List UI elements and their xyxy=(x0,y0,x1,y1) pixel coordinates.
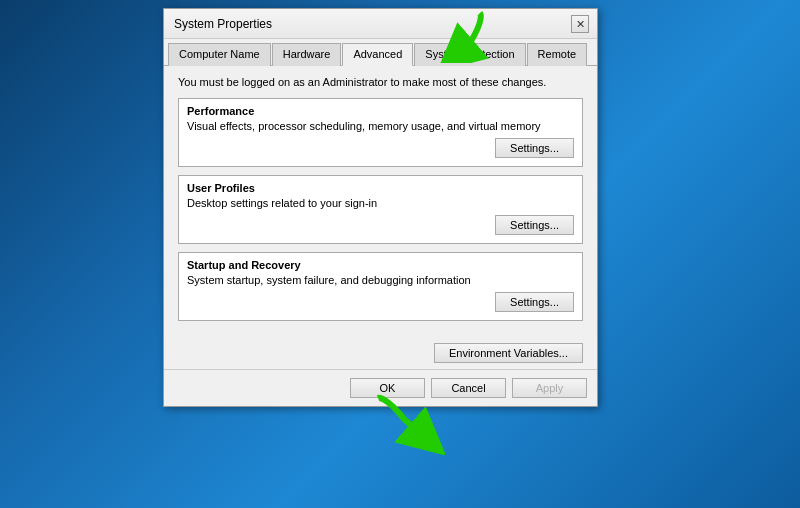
performance-btn-row: Settings... xyxy=(187,138,574,158)
admin-note: You must be logged on as an Administrato… xyxy=(178,76,583,88)
dialog-title: System Properties xyxy=(174,17,272,31)
tab-strip: Computer Name Hardware Advanced System P… xyxy=(164,39,597,66)
startup-recovery-title: Startup and Recovery xyxy=(187,259,574,271)
user-profiles-section: User Profiles Desktop settings related t… xyxy=(178,175,583,244)
system-properties-dialog: System Properties ✕ Computer Name Hardwa… xyxy=(163,8,598,407)
performance-desc: Visual effects, processor scheduling, me… xyxy=(187,120,574,132)
tab-computer-name[interactable]: Computer Name xyxy=(168,43,271,66)
startup-recovery-settings-button[interactable]: Settings... xyxy=(495,292,574,312)
tab-hardware[interactable]: Hardware xyxy=(272,43,342,66)
startup-recovery-btn-row: Settings... xyxy=(187,292,574,312)
tab-advanced[interactable]: Advanced xyxy=(342,43,413,66)
close-button[interactable]: ✕ xyxy=(571,15,589,33)
startup-recovery-section: Startup and Recovery System startup, sys… xyxy=(178,252,583,321)
environment-variables-button[interactable]: Environment Variables... xyxy=(434,343,583,363)
tab-content: You must be logged on as an Administrato… xyxy=(164,66,597,339)
user-profiles-title: User Profiles xyxy=(187,182,574,194)
performance-settings-button[interactable]: Settings... xyxy=(495,138,574,158)
apply-button[interactable]: Apply xyxy=(512,378,587,398)
user-profiles-settings-button[interactable]: Settings... xyxy=(495,215,574,235)
user-profiles-btn-row: Settings... xyxy=(187,215,574,235)
startup-recovery-desc: System startup, system failure, and debu… xyxy=(187,274,574,286)
user-profiles-desc: Desktop settings related to your sign-in xyxy=(187,197,574,209)
performance-title: Performance xyxy=(187,105,574,117)
performance-section: Performance Visual effects, processor sc… xyxy=(178,98,583,167)
tab-remote[interactable]: Remote xyxy=(527,43,588,66)
env-variables-row: Environment Variables... xyxy=(164,339,597,369)
title-bar: System Properties ✕ xyxy=(164,9,597,39)
